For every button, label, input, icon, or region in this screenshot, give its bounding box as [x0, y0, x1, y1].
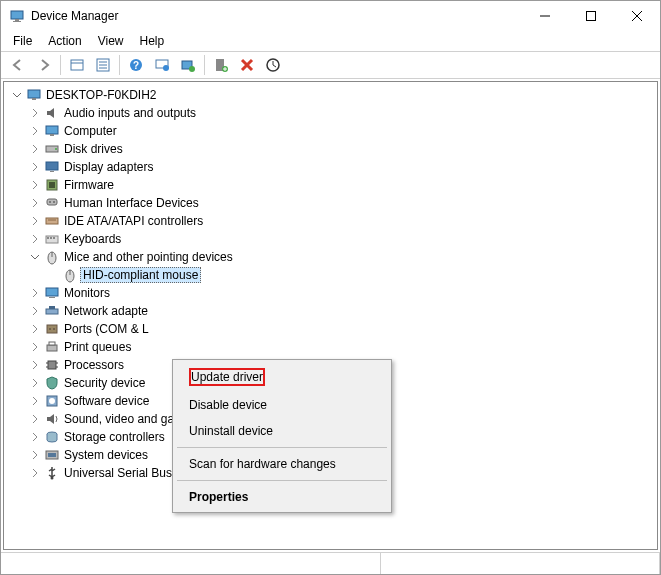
update-driver-button[interactable] [176, 53, 200, 77]
expander-icon[interactable] [10, 88, 24, 102]
software-icon [44, 393, 60, 409]
svg-point-31 [55, 148, 57, 150]
svg-rect-56 [47, 345, 57, 351]
tree-node-label: Computer [62, 124, 119, 138]
back-button[interactable] [6, 53, 30, 77]
menu-help[interactable]: Help [132, 32, 173, 50]
context-uninstall-device[interactable]: Uninstall device [175, 418, 389, 444]
expander-icon[interactable] [28, 178, 42, 192]
tree-node[interactable]: Keyboards [6, 230, 655, 248]
context-update-driver[interactable]: Update driver [175, 362, 389, 392]
expander-icon[interactable] [28, 250, 42, 264]
expander-icon[interactable] [28, 304, 42, 318]
expander-icon[interactable] [28, 412, 42, 426]
device-tree[interactable]: DESKTOP-F0KDIH2 Audio inputs and outputs… [3, 81, 658, 550]
tree-node[interactable]: Human Interface Devices [6, 194, 655, 212]
svg-point-54 [49, 328, 51, 330]
tree-node-label: Mice and other pointing devices [62, 250, 235, 264]
svg-rect-27 [32, 98, 36, 100]
svg-rect-2 [13, 21, 21, 22]
tree-node-label: Storage controllers [62, 430, 167, 444]
svg-point-64 [49, 398, 55, 404]
tree-node[interactable]: Firmware [6, 176, 655, 194]
expander-icon[interactable] [28, 430, 42, 444]
add-hardware-button[interactable] [209, 53, 233, 77]
help-button[interactable]: ? [124, 53, 148, 77]
window-title: Device Manager [31, 9, 522, 23]
expander-icon[interactable] [28, 394, 42, 408]
tree-node[interactable]: Network adapte [6, 302, 655, 320]
mouse-icon [62, 267, 78, 283]
context-separator [177, 480, 387, 481]
minimize-button[interactable] [522, 1, 568, 31]
menu-file[interactable]: File [5, 32, 40, 50]
expander-icon[interactable] [28, 322, 42, 336]
expander-icon[interactable] [28, 106, 42, 120]
svg-rect-39 [46, 218, 58, 224]
tree-node[interactable]: Audio inputs and outputs [6, 104, 655, 122]
maximize-button[interactable] [568, 1, 614, 31]
uninstall-button[interactable] [235, 53, 259, 77]
tree-node[interactable]: Display adapters [6, 158, 655, 176]
titlebar[interactable]: Device Manager [1, 1, 660, 31]
tree-node-label: Security device [62, 376, 147, 390]
tree-leaf-label: HID-compliant mouse [80, 267, 201, 283]
tree-node[interactable]: Disk drives [6, 140, 655, 158]
tree-node[interactable]: Mice and other pointing devices [6, 248, 655, 266]
toolbar-separator [204, 55, 205, 75]
monitor-icon [44, 285, 60, 301]
tree-leaf[interactable]: HID-compliant mouse [6, 266, 655, 284]
statusbar [1, 552, 660, 574]
system-icon [44, 447, 60, 463]
expander-icon[interactable] [28, 340, 42, 354]
network-icon [44, 303, 60, 319]
expander-icon[interactable] [28, 214, 42, 228]
svg-rect-36 [47, 199, 57, 205]
device-manager-window: Device Manager File Action View Help ? D… [0, 0, 661, 575]
status-section [381, 553, 660, 574]
expander-icon[interactable] [28, 358, 42, 372]
toolbar-separator [119, 55, 120, 75]
expander-icon[interactable] [28, 466, 42, 480]
expander-icon[interactable] [28, 376, 42, 390]
menu-action[interactable]: Action [40, 32, 89, 50]
expander-icon[interactable] [28, 196, 42, 210]
show-hidden-button[interactable] [65, 53, 89, 77]
disk-icon [44, 141, 60, 157]
svg-point-38 [53, 201, 55, 203]
svg-rect-50 [49, 297, 55, 298]
tree-node[interactable]: Print queues [6, 338, 655, 356]
tree-node-label: IDE ATA/ATAPI controllers [62, 214, 205, 228]
status-section [1, 553, 381, 574]
expander-icon[interactable] [28, 232, 42, 246]
context-properties[interactable]: Properties [175, 484, 389, 510]
toolbar: ? [1, 51, 660, 79]
tree-node[interactable]: Ports (COM & L [6, 320, 655, 338]
sound-icon [44, 411, 60, 427]
expander-icon[interactable] [28, 160, 42, 174]
scan-hardware-button[interactable] [261, 53, 285, 77]
svg-text:?: ? [133, 60, 139, 71]
close-button[interactable] [614, 1, 660, 31]
ide-icon [44, 213, 60, 229]
svg-rect-26 [28, 90, 40, 98]
usb-icon [44, 465, 60, 481]
action-center-button[interactable] [150, 53, 174, 77]
menu-view[interactable]: View [90, 32, 132, 50]
tree-node[interactable]: Computer [6, 122, 655, 140]
tree-node[interactable]: IDE ATA/ATAPI controllers [6, 212, 655, 230]
expander-icon[interactable] [28, 124, 42, 138]
context-scan-hardware[interactable]: Scan for hardware changes [175, 451, 389, 477]
expander-icon[interactable] [28, 448, 42, 462]
cpu-icon [44, 357, 60, 373]
properties-button[interactable] [91, 53, 115, 77]
svg-rect-1 [15, 19, 19, 21]
expander-icon[interactable] [28, 286, 42, 300]
svg-rect-7 [71, 60, 83, 70]
tree-root[interactable]: DESKTOP-F0KDIH2 [6, 86, 655, 104]
forward-button[interactable] [32, 53, 56, 77]
tree-node-label: Human Interface Devices [62, 196, 201, 210]
context-disable-device[interactable]: Disable device [175, 392, 389, 418]
tree-node[interactable]: Monitors [6, 284, 655, 302]
expander-icon[interactable] [28, 142, 42, 156]
